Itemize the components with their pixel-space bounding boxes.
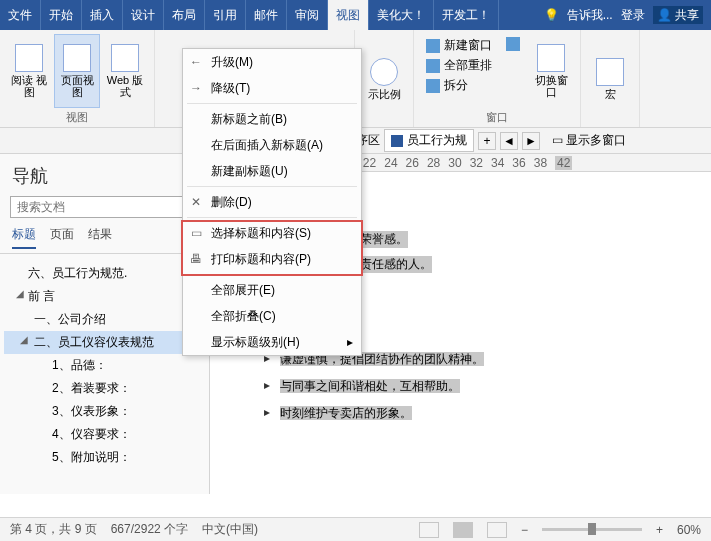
read-view-button[interactable]: 阅读 视图 <box>6 34 52 108</box>
macro-button[interactable]: 宏 <box>587 34 633 125</box>
arrange-all-button[interactable]: 全部重排 <box>422 56 496 75</box>
nav-tab-results[interactable]: 结果 <box>88 226 112 249</box>
zoom-out-button[interactable]: − <box>521 523 528 537</box>
tree-node[interactable]: 4、仪容要求： <box>4 423 205 446</box>
zoom-slider[interactable] <box>542 528 642 531</box>
multi-window-button[interactable]: 显示多窗口 <box>566 133 626 147</box>
next-tab-button[interactable]: ► <box>522 132 540 150</box>
language[interactable]: 中文(中国) <box>202 521 258 538</box>
word-icon <box>391 135 403 147</box>
split-button[interactable]: 拆分 <box>422 76 496 95</box>
web-view-button[interactable]: Web 版式 <box>102 34 148 108</box>
tab-beautify[interactable]: 美化大！ <box>369 0 434 30</box>
tab-home[interactable]: 开始 <box>41 0 82 30</box>
zoom-button[interactable]: 示比例 <box>361 34 407 125</box>
menu-before-heading[interactable]: 新标题之前(B) <box>183 106 361 132</box>
zoom-in-button[interactable]: + <box>656 523 663 537</box>
select-icon: ▭ <box>189 226 203 240</box>
new-window-button[interactable]: 新建窗口 <box>422 36 496 55</box>
tab-review[interactable]: 审阅 <box>287 0 328 30</box>
bulb-icon: 💡 <box>544 8 559 22</box>
tab-references[interactable]: 引用 <box>205 0 246 30</box>
menu-print-heading[interactable]: 🖶打印标题和内容(P) <box>183 246 361 272</box>
search-input[interactable] <box>10 196 199 218</box>
tab-file[interactable]: 文件 <box>0 0 41 30</box>
nav-tab-headings[interactable]: 标题 <box>12 226 36 249</box>
tab-developer[interactable]: 开发工！ <box>434 0 499 30</box>
menu-select-heading[interactable]: ▭选择标题和内容(S) <box>183 220 361 246</box>
tell-me[interactable]: 告诉我... <box>567 7 613 24</box>
menu-expand-all[interactable]: 全部展开(E) <box>183 277 361 303</box>
window-group-label: 窗口 <box>420 108 574 125</box>
tab-view[interactable]: 视图 <box>328 0 369 30</box>
word-count[interactable]: 667/2922 个字 <box>111 521 188 538</box>
tree-node[interactable]: 2、着装要求： <box>4 377 205 400</box>
menu-after-heading[interactable]: 在后面插入新标题(A) <box>183 132 361 158</box>
tree-node[interactable]: 3、仪表形象： <box>4 400 205 423</box>
add-tab-button[interactable]: + <box>478 132 496 150</box>
tree-node[interactable]: 5、附加说明： <box>4 446 205 469</box>
zoom-level[interactable]: 60% <box>677 523 701 537</box>
share-button[interactable]: 👤 共享 <box>653 7 703 24</box>
tab-layout[interactable]: 布局 <box>164 0 205 30</box>
nav-tab-pages[interactable]: 页面 <box>50 226 74 249</box>
menu-subheading[interactable]: 新建副标题(U) <box>183 158 361 184</box>
arrow-right-icon: → <box>189 81 203 95</box>
print-icon: 🖶 <box>189 252 203 266</box>
view-group-label: 视图 <box>6 108 148 125</box>
tree-node[interactable]: 一、公司介绍 <box>4 308 205 331</box>
list-item: 时刻维护专卖店的形象。 <box>280 405 681 422</box>
tree-node[interactable]: 六、员工行为规范. <box>4 262 205 285</box>
list-item: 与同事之间和谐相处，互相帮助。 <box>280 378 681 395</box>
web-layout-icon[interactable] <box>487 522 507 538</box>
menu-promote[interactable]: ←升级(M) <box>183 49 361 75</box>
menu-delete[interactable]: ✕删除(D) <box>183 189 361 215</box>
switch-window-button[interactable]: 切换窗口 <box>528 34 574 108</box>
menu-collapse-all[interactable]: 全部折叠(C) <box>183 303 361 329</box>
delete-icon: ✕ <box>189 195 203 209</box>
tree-node[interactable]: ◢二、员工仪容仪表规范 <box>4 331 205 354</box>
tab-mailings[interactable]: 邮件 <box>246 0 287 30</box>
page-count[interactable]: 第 4 页，共 9 页 <box>10 521 97 538</box>
tab-insert[interactable]: 插入 <box>82 0 123 30</box>
tree-node[interactable]: ◢前 言 <box>4 285 205 308</box>
doc-tab[interactable]: 员工行为规 <box>384 129 474 152</box>
tab-design[interactable]: 设计 <box>123 0 164 30</box>
menu-demote[interactable]: →降级(T) <box>183 75 361 101</box>
status-bar: 第 4 页，共 9 页 667/2922 个字 中文(中国) − + 60% <box>0 517 711 541</box>
nav-title: 导航 <box>0 154 209 196</box>
read-mode-icon[interactable] <box>419 522 439 538</box>
chevron-right-icon: ▸ <box>347 335 353 349</box>
nav-tabs: 标题 页面 结果 <box>0 226 209 254</box>
heading-tree: 六、员工行为规范.◢前 言一、公司介绍◢二、员工仪容仪表规范1、品德：2、着装要… <box>0 254 209 477</box>
tree-node[interactable]: 1、品德： <box>4 354 205 377</box>
arrow-left-icon: ← <box>189 55 203 69</box>
menu-show-levels[interactable]: 显示标题级别(H)▸ <box>183 329 361 355</box>
title-bar: 文件 开始 插入 设计 布局 引用 邮件 审阅 视图 美化大！ 开发工！ 💡 告… <box>0 0 711 30</box>
prev-tab-button[interactable]: ◄ <box>500 132 518 150</box>
page-view-button[interactable]: 页面视图 <box>54 34 100 108</box>
context-menu: ←升级(M) →降级(T) 新标题之前(B) 在后面插入新标题(A) 新建副标题… <box>182 48 362 356</box>
side-button[interactable] <box>502 36 524 52</box>
print-layout-icon[interactable] <box>453 522 473 538</box>
login-link[interactable]: 登录 <box>621 7 645 24</box>
navigation-pane: 导航 标题 页面 结果 六、员工行为规范.◢前 言一、公司介绍◢二、员工仪容仪表… <box>0 154 210 494</box>
